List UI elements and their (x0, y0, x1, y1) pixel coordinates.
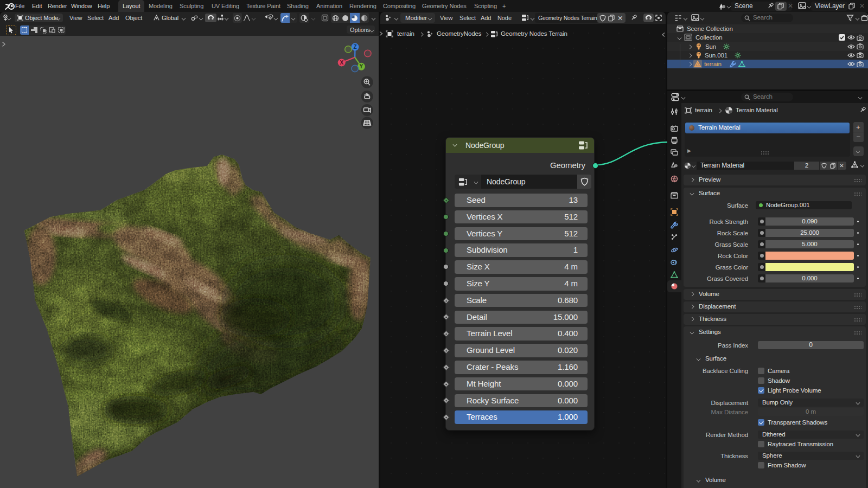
svg-text:Z: Z (353, 44, 356, 50)
svg-text:Y: Y (360, 63, 363, 69)
svg-text:X: X (340, 60, 343, 66)
